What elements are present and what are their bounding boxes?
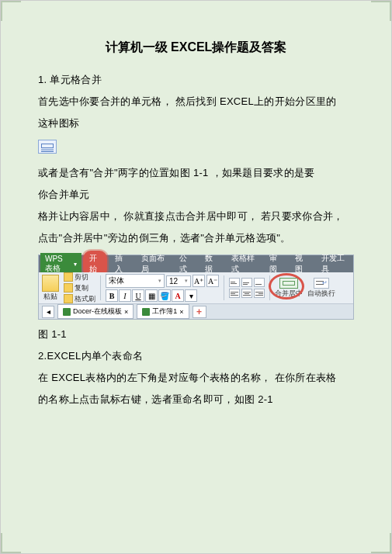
align-group [229,278,265,298]
paragraph: 在 EXCEL表格内的左下角是对应每个表格的名称， 在你所在表格 [38,368,354,388]
ribbon-tabs: WPS 表格 开始 插入 页面布局 公式 数据 表格样式 审阅 视图 开发工具 [39,255,353,272]
italic-button[interactable]: I [119,289,131,302]
font-select[interactable]: 宋体 [106,274,165,288]
bold-button[interactable]: B [106,289,118,302]
first-tab-button[interactable]: ◂ [42,306,54,318]
doc-tab-template[interactable]: Docer-在线模板× [57,304,134,319]
paragraph: 首先选中你要合并的单元格， 然后找到 EXCEL上的开始分区里的 [38,92,354,112]
paragraph: 的名称上点击鼠标右键，选者重命名即可，如图 2-1 [38,390,354,410]
paragraph: 这种图标 [38,113,354,133]
fontsize-select[interactable]: 12 [166,275,191,287]
paragraph: 点击"合并居中"旁边的倒三角，选者"合并单元格选项"。 [38,228,354,248]
font-shrink-icon[interactable]: A⁻ [206,275,219,287]
add-tab-button[interactable]: + [193,306,206,318]
divider [224,275,224,300]
more-button[interactable]: ▾ [185,289,197,302]
tab-close-icon[interactable]: × [179,308,183,316]
figure-1-1-label: 图 1-1 [38,324,354,345]
doc-tab-workbook[interactable]: 工作簿1× [137,304,189,319]
font-group: 宋体 12 A⁺ A⁻ B I U ▦ 🪣 A ▾ [106,274,219,302]
section-2-header: 2.EXCEL内单个表命名 [38,346,354,366]
doc-title: 计算机一级 EXCEL操作题及答案 [38,40,354,56]
fill-icon[interactable]: 🪣 [158,289,171,302]
clipboard-group: 剪切 复制 格式刷 [64,272,95,304]
copy-button[interactable]: 复制 [64,283,95,293]
divider [100,275,101,300]
merge-center-button[interactable]: 合并居中 [275,278,303,299]
align-bot-icon[interactable] [254,278,265,287]
paste-label: 粘贴 [43,292,57,302]
wrap-text-button[interactable]: 自动换行 [307,278,335,299]
wps-ribbon-screenshot: WPS 表格 开始 插入 页面布局 公式 数据 表格样式 审阅 视图 开发工具 … [38,254,354,320]
align-left-icon[interactable] [229,289,240,298]
merge-cells-icon [38,140,57,154]
font-grow-icon[interactable]: A⁺ [193,275,205,287]
align-center-icon[interactable] [241,289,252,298]
align-top-icon[interactable] [229,278,240,287]
cut-button[interactable]: 剪切 [64,272,95,282]
ribbon-body: 粘贴 剪切 复制 格式刷 宋体 12 A⁺ A⁻ B I U ▦ 🪣 A ▾ [39,272,353,303]
paste-button[interactable]: 粘贴 [42,275,59,302]
annotation-circle-icon [269,273,304,300]
align-mid-icon[interactable] [241,278,252,287]
paragraph: 你合并单元 [38,185,354,205]
border-button[interactable]: ▦ [145,289,158,302]
font-color-button[interactable]: A [172,289,184,302]
paragraph: 格并让内容居中， 你就直接点击合并居中即可， 若只要求你合并， [38,206,354,227]
painter-button[interactable]: 格式刷 [64,294,95,304]
underline-button[interactable]: U [132,289,144,302]
doc-tab-label: Docer-在线模板 [73,306,122,317]
wrap-label: 自动换行 [307,289,335,299]
paragraph: 或者是含有"合并"两字的位置如图 1-1 ，如果题目要求的是要 [38,163,354,183]
section-1-header: 1. 单元格合并 [38,70,354,90]
doc-tab-label: 工作簿1 [152,306,177,317]
wrap-text-icon [314,278,329,289]
document-tabs: ◂ Docer-在线模板× 工作簿1× + [39,303,353,319]
align-right-icon[interactable] [254,289,265,298]
tab-close-icon[interactable]: × [124,308,128,316]
